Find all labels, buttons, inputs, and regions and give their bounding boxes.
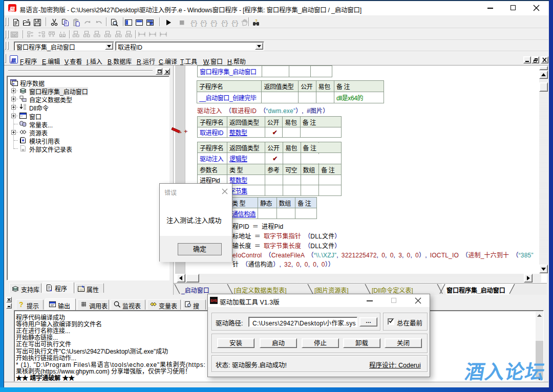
- svg-text:e: e: [13, 82, 15, 85]
